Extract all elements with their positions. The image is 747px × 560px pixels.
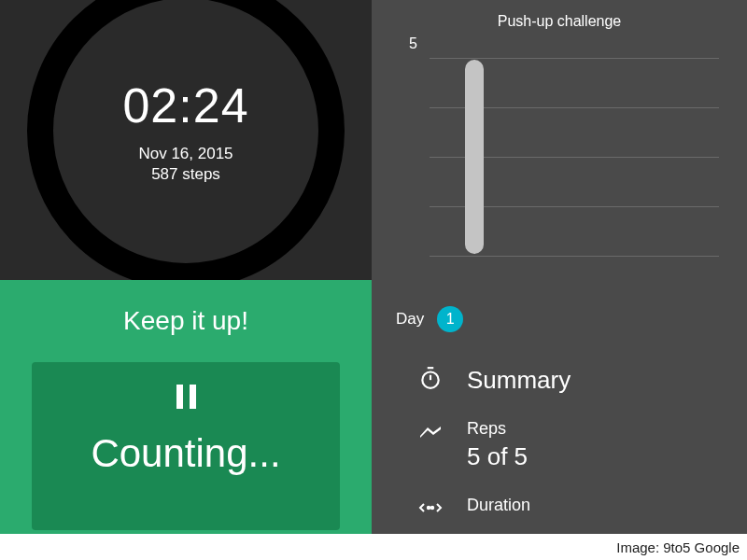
reps-icon	[418, 419, 443, 443]
stopwatch-icon	[418, 366, 443, 390]
watch-face: 02:24 Nov 16, 2015 587 steps	[0, 0, 372, 280]
day-badge: 1	[437, 306, 463, 332]
y-axis-max: 5	[409, 35, 417, 52]
x-axis-label: Day	[396, 310, 424, 329]
summary-heading: Summary	[467, 366, 571, 395]
chart-grid	[430, 58, 719, 256]
challenge-panel: Push-up challenge 5 Day 1	[372, 0, 747, 534]
counting-card[interactable]: Counting...	[32, 362, 340, 530]
encouragement-text: Keep it up!	[123, 306, 248, 336]
time-display: 02:24	[122, 77, 248, 133]
activity-panel: Keep it up! Counting...	[0, 280, 372, 534]
date-display: Nov 16, 2015	[122, 145, 248, 163]
reps-value: 5 of 5	[467, 442, 528, 471]
chart-title: Push-up challenge	[400, 13, 719, 30]
duration-icon	[418, 496, 443, 520]
image-credit: Image: 9to5 Google	[0, 534, 747, 560]
reps-label: Reps	[467, 419, 528, 439]
duration-label: Duration	[467, 496, 530, 515]
svg-point-4	[431, 507, 433, 509]
x-axis: Day 1	[396, 306, 719, 332]
svg-point-3	[428, 507, 430, 509]
steps-display: 587 steps	[122, 165, 248, 184]
svg-point-0	[422, 372, 438, 388]
counting-status: Counting...	[91, 431, 280, 476]
chart-bar	[465, 60, 484, 254]
chart-area: 5	[400, 37, 719, 269]
pause-icon[interactable]	[176, 385, 196, 409]
